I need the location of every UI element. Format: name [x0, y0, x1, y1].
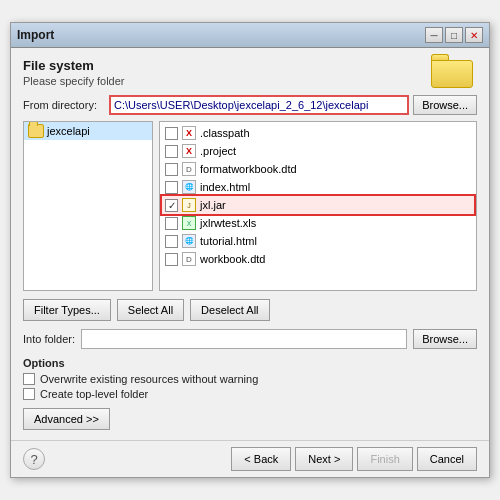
from-directory-input[interactable] [109, 95, 409, 115]
filter-types-button[interactable]: Filter Types... [23, 299, 111, 321]
file-item-workbook[interactable]: D workbook.dtd [162, 250, 474, 268]
into-folder-input[interactable] [81, 329, 407, 349]
import-dialog: Import ─ □ ✕ File system Please specify … [10, 22, 490, 478]
left-tree-panel[interactable]: jexcelapi [23, 121, 153, 291]
overwrite-label: Overwrite existing resources without war… [40, 373, 258, 385]
create-top-level-checkbox-row[interactable]: Create top-level folder [23, 388, 477, 400]
into-folder-row: Into folder: Browse... [23, 329, 477, 349]
file-item-jxljar[interactable]: J jxl.jar [162, 196, 474, 214]
tree-item-jexcelapi[interactable]: jexcelapi [24, 122, 152, 140]
options-title: Options [23, 357, 477, 369]
into-folder-browse-button[interactable]: Browse... [413, 329, 477, 349]
maximize-button[interactable]: □ [445, 27, 463, 43]
window-controls: ─ □ ✕ [425, 27, 483, 43]
file-item-index[interactable]: 🌐 index.html [162, 178, 474, 196]
options-section: Options Overwrite existing resources wit… [23, 357, 477, 400]
file-item-tutorial[interactable]: 🌐 tutorial.html [162, 232, 474, 250]
checkbox-project[interactable] [165, 145, 178, 158]
section-subtitle: Please specify folder [23, 75, 477, 87]
file-item-classpath[interactable]: X .classpath [162, 124, 474, 142]
classpath-label: .classpath [200, 127, 250, 139]
jxljar-label: jxl.jar [200, 199, 226, 211]
checkbox-tutorial[interactable] [165, 235, 178, 248]
finish-button[interactable]: Finish [357, 447, 412, 471]
right-file-panel[interactable]: X .classpath X .project D formatworkbook… [159, 121, 477, 291]
checkbox-jxlrwtest[interactable] [165, 217, 178, 230]
tutorial-label: tutorial.html [200, 235, 257, 247]
create-top-level-checkbox[interactable] [23, 388, 35, 400]
from-directory-row: From directory: Browse... [23, 95, 477, 115]
overwrite-checkbox[interactable] [23, 373, 35, 385]
formatworkbook-icon: D [182, 162, 196, 176]
advanced-button[interactable]: Advanced >> [23, 408, 110, 430]
formatworkbook-label: formatworkbook.dtd [200, 163, 297, 175]
checkbox-jxljar[interactable] [165, 199, 178, 212]
create-top-level-label: Create top-level folder [40, 388, 148, 400]
navigation-buttons: < Back Next > Finish Cancel [231, 447, 477, 471]
advanced-button-row: Advanced >> [23, 408, 477, 430]
jxljar-icon: J [182, 198, 196, 212]
jxlrwtest-label: jxlrwtest.xls [200, 217, 256, 229]
workbook-label: workbook.dtd [200, 253, 265, 265]
action-buttons-row: Filter Types... Select All Deselect All [23, 299, 477, 321]
overwrite-checkbox-row[interactable]: Overwrite existing resources without war… [23, 373, 477, 385]
checkbox-classpath[interactable] [165, 127, 178, 140]
jxlrwtest-icon: X [182, 216, 196, 230]
project-icon: X [182, 144, 196, 158]
back-button[interactable]: < Back [231, 447, 291, 471]
title-bar: Import ─ □ ✕ [11, 23, 489, 48]
window-title: Import [17, 28, 54, 42]
index-icon: 🌐 [182, 180, 196, 194]
into-folder-label: Into folder: [23, 333, 75, 345]
index-label: index.html [200, 181, 250, 193]
folder-open-icon [28, 124, 44, 138]
select-all-button[interactable]: Select All [117, 299, 184, 321]
close-button[interactable]: ✕ [465, 27, 483, 43]
header-area: File system Please specify folder [23, 58, 477, 87]
section-title: File system [23, 58, 477, 73]
file-item-project[interactable]: X .project [162, 142, 474, 160]
checkbox-workbook[interactable] [165, 253, 178, 266]
from-directory-label: From directory: [23, 99, 105, 111]
next-button[interactable]: Next > [295, 447, 353, 471]
file-item-jxlrwtest[interactable]: X jxlrwtest.xls [162, 214, 474, 232]
folder-icon-large [431, 54, 473, 91]
from-directory-browse-button[interactable]: Browse... [413, 95, 477, 115]
checkbox-formatworkbook[interactable] [165, 163, 178, 176]
project-label: .project [200, 145, 236, 157]
classpath-icon: X [182, 126, 196, 140]
main-panels: jexcelapi X .classpath X .project [23, 121, 477, 291]
file-item-formatworkbook[interactable]: D formatworkbook.dtd [162, 160, 474, 178]
tree-item-label: jexcelapi [47, 125, 90, 137]
dialog-content: File system Please specify folder From d… [11, 48, 489, 440]
workbook-icon: D [182, 252, 196, 266]
tutorial-icon: 🌐 [182, 234, 196, 248]
cancel-button[interactable]: Cancel [417, 447, 477, 471]
help-button[interactable]: ? [23, 448, 45, 470]
bottom-bar: ? < Back Next > Finish Cancel [11, 440, 489, 477]
deselect-all-button[interactable]: Deselect All [190, 299, 269, 321]
checkbox-index[interactable] [165, 181, 178, 194]
minimize-button[interactable]: ─ [425, 27, 443, 43]
